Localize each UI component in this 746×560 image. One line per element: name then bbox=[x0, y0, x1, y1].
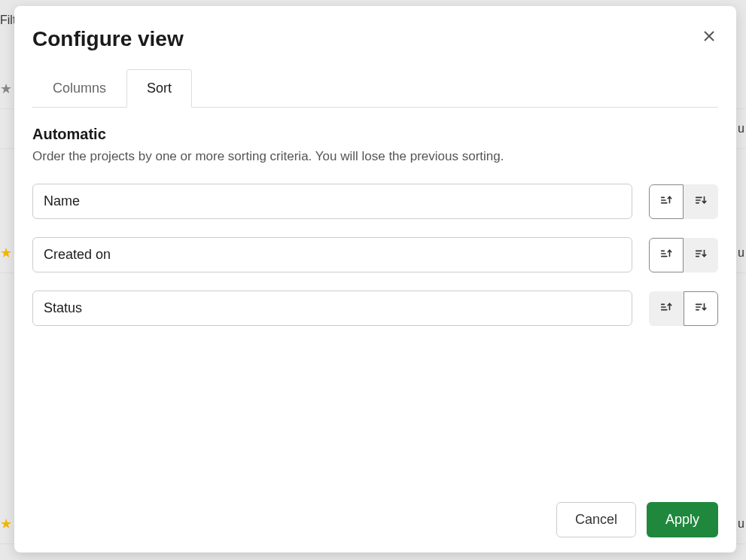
sort-asc-button[interactable] bbox=[649, 291, 684, 326]
star-icon: ★ bbox=[0, 81, 12, 97]
sort-asc-icon bbox=[659, 247, 673, 263]
sort-desc-button[interactable] bbox=[684, 291, 718, 326]
sort-desc-icon bbox=[694, 247, 708, 263]
modal-content: Automatic Order the projects by one or m… bbox=[14, 108, 736, 487]
tab-columns[interactable]: Columns bbox=[32, 69, 126, 107]
sort-field-label: Name bbox=[44, 193, 80, 209]
sort-asc-icon bbox=[659, 193, 673, 209]
truncated-text: u bbox=[738, 517, 744, 531]
sort-desc-icon bbox=[694, 300, 708, 316]
close-icon bbox=[703, 30, 715, 42]
tabs: Columns Sort bbox=[32, 69, 718, 108]
sort-desc-button[interactable] bbox=[684, 184, 718, 219]
close-button[interactable] bbox=[700, 27, 718, 45]
sort-asc-button[interactable] bbox=[649, 238, 684, 272]
sort-field-select[interactable]: Created on bbox=[32, 237, 632, 272]
sort-row: Created on bbox=[32, 237, 718, 272]
truncated-text: u bbox=[738, 122, 744, 135]
sort-field-label: Created on bbox=[44, 247, 111, 263]
sort-field-select[interactable]: Name bbox=[32, 184, 632, 219]
sort-desc-icon bbox=[694, 193, 708, 209]
sort-direction-group bbox=[649, 291, 718, 326]
truncated-text: u bbox=[738, 246, 744, 260]
sort-asc-button[interactable] bbox=[649, 184, 684, 219]
modal-footer: Cancel Apply bbox=[14, 487, 736, 552]
section-title: Automatic bbox=[32, 126, 718, 143]
sort-desc-button[interactable] bbox=[684, 238, 718, 272]
apply-button[interactable]: Apply bbox=[647, 502, 718, 537]
section-description: Order the projects by one or more sortin… bbox=[32, 149, 718, 164]
sort-field-label: Status bbox=[44, 300, 82, 316]
sort-direction-group bbox=[649, 184, 718, 219]
sort-direction-group bbox=[649, 238, 718, 272]
configure-view-modal: Configure view Columns Sort Automatic Or… bbox=[14, 6, 736, 552]
sort-asc-icon bbox=[659, 300, 673, 316]
sort-field-select[interactable]: Status bbox=[32, 291, 632, 326]
modal-title: Configure view bbox=[32, 27, 184, 51]
tab-sort[interactable]: Sort bbox=[126, 69, 192, 108]
sort-row: Status bbox=[32, 291, 718, 326]
sort-row: Name bbox=[32, 184, 718, 219]
cancel-button[interactable]: Cancel bbox=[556, 502, 636, 537]
modal-header: Configure view bbox=[14, 6, 736, 51]
